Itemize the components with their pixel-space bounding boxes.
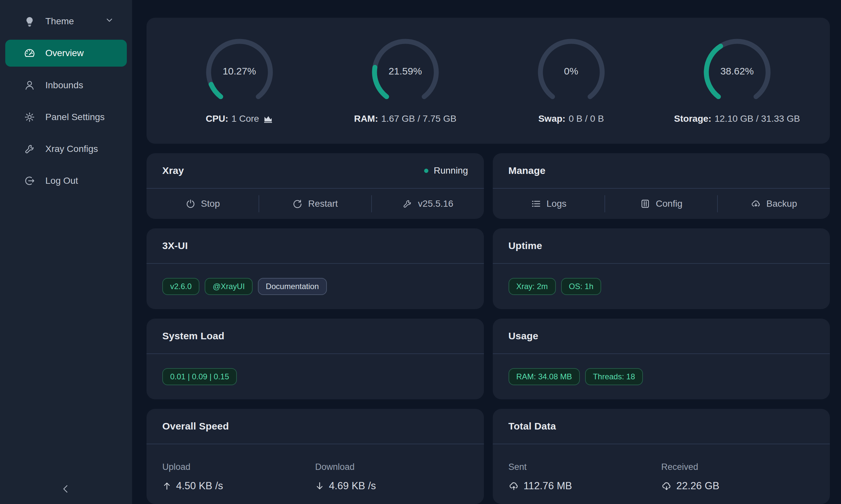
restart-button[interactable]: Restart [259,189,371,219]
xray-uptime-tag[interactable]: Xray: 2m [509,278,556,295]
ram-usage-tag[interactable]: RAM: 34.08 MB [509,368,580,385]
cloud-upload-icon [509,481,519,491]
system-gauges-card: 10.27% CPU: 1 Core 21.59% [147,18,830,144]
sidebar-item-label: Overview [45,48,84,58]
sent-stat: Sent 112.76 MB [509,450,661,492]
load-average-tag[interactable]: 0.01 | 0.09 | 0.15 [162,368,237,385]
ram-percent: 21.59% [371,66,440,77]
xray-status: Running [424,165,468,176]
manage-card: Manage Logs [493,153,830,219]
cpu-percent: 10.27% [205,66,274,77]
cpu-gauge: 10.27% CPU: 1 Core [156,37,322,124]
documentation-tag[interactable]: Documentation [258,278,327,295]
cpu-label: CPU: 1 Core [206,113,273,124]
sidebar-item-label: Panel Settings [45,112,105,122]
ram-gauge: 21.59% RAM: 1.67 GB / 7.75 GB [322,37,488,124]
total-data-card: Total Data Sent 112.76 MB [493,409,830,504]
sidebar-collapse-button[interactable] [58,481,73,497]
ram-label: RAM: 1.67 GB / 7.75 GB [354,113,457,124]
sidebar-item-xray-configs[interactable]: Xray Configs [0,133,132,165]
power-icon [185,199,196,209]
list-icon [531,199,542,209]
chevron-down-icon [105,16,114,26]
cloud-download-icon [751,199,761,209]
sidebar-item-log-out[interactable]: Log Out [0,165,132,197]
wrench-icon [402,199,413,209]
threads-tag[interactable]: Threads: 18 [585,368,643,385]
card-title: Manage [509,165,546,176]
area-chart-icon[interactable] [263,114,273,123]
gauge-icon [24,47,35,59]
sidebar-item-label: Theme [45,16,74,26]
xrayui-tag[interactable]: @XrayUI [205,278,253,295]
sidebar-item-theme[interactable]: Theme [0,5,132,37]
sidebar-item-overview[interactable]: Overview [5,40,127,67]
os-uptime-tag[interactable]: OS: 1h [561,278,601,295]
arrow-down-icon [315,481,324,490]
xray-version-button[interactable]: v25.5.16 [372,189,484,219]
received-stat: Received 22.26 GB [661,450,814,492]
arrow-up-icon [162,481,171,490]
bulb-icon [24,15,35,27]
storage-percent: 38.62% [702,66,772,77]
running-dot-icon [424,169,428,173]
version-tag[interactable]: v2.6.0 [162,278,200,295]
storage-label: Storage: 12.10 GB / 31.33 GB [674,113,800,124]
card-title: System Load [162,330,224,342]
storage-gauge: 38.62% Storage: 12.10 GB / 31.33 GB [654,37,820,124]
main-content: 10.27% CPU: 1 Core 21.59% [132,0,841,504]
sidebar: Theme Overview Inbounds [0,0,132,504]
backup-button[interactable]: Backup [718,189,830,219]
card-title: Xray [162,165,184,176]
wrench-icon [24,143,35,155]
logs-button[interactable]: Logs [493,189,605,219]
gear-icon [24,111,35,123]
swap-percent: 0% [536,66,606,77]
download-stat: Download 4.69 KB /s [315,450,468,492]
sidebar-item-label: Inbounds [45,80,83,91]
cloud-download-icon [661,481,672,491]
card-title: 3X-UI [162,240,188,251]
system-load-card: System Load 0.01 | 0.09 | 0.15 [147,319,484,399]
card-title: Overall Speed [162,421,229,432]
stop-button[interactable]: Stop [147,189,259,219]
card-title: Usage [509,330,538,342]
upload-stat: Upload 4.50 KB /s [162,450,315,492]
swap-gauge: 0% Swap: 0 B / 0 B [488,37,654,124]
xray-card: Xray Running Stop [147,153,484,219]
uptime-card: Uptime Xray: 2m OS: 1h [493,228,830,309]
card-title: Total Data [509,421,556,432]
sliders-icon [640,199,650,209]
usage-card: Usage RAM: 34.08 MB Threads: 18 [493,319,830,399]
sidebar-item-inbounds[interactable]: Inbounds [0,69,132,101]
config-button[interactable]: Config [605,189,717,219]
swap-label: Swap: 0 B / 0 B [538,113,604,124]
chevron-left-icon [61,484,71,494]
user-icon [24,79,35,91]
sidebar-item-panel-settings[interactable]: Panel Settings [0,101,132,133]
overall-speed-card: Overall Speed Upload 4.50 KB /s Download [147,409,484,504]
sidebar-item-label: Log Out [45,176,78,186]
card-title: Uptime [509,240,543,251]
sidebar-item-label: Xray Configs [45,144,98,154]
restart-icon [292,199,303,209]
logout-icon [24,175,35,187]
xui-card: 3X-UI v2.6.0 @XrayUI Documentation [147,228,484,309]
